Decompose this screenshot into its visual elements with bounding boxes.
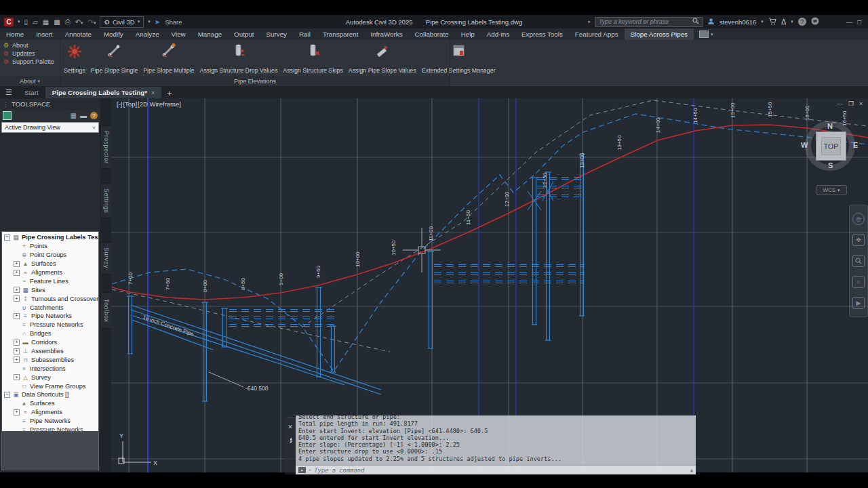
tree-item-pressure-networks[interactable]: ≡Pressure Networks <box>2 321 98 329</box>
viewcube-north[interactable]: N <box>827 122 833 130</box>
tree-item-pipe-networks[interactable]: +≡Pipe Networks <box>2 312 98 321</box>
ribbon-tab-home[interactable]: Home <box>0 28 30 40</box>
user-icon[interactable] <box>707 18 715 26</box>
viewcube-south[interactable]: S <box>828 161 833 169</box>
tree-item-bridges[interactable]: ∩Bridges <box>2 329 98 338</box>
ribbon-tab-output[interactable]: Output <box>228 28 260 40</box>
command-history[interactable]: Select end structure or pipe: Total pipe… <box>296 415 696 465</box>
tree-expander-icon[interactable]: + <box>14 313 20 319</box>
tree-expander-icon[interactable]: + <box>14 270 20 276</box>
panel-organization-icon[interactable]: ▦ <box>71 112 77 119</box>
tree-item-subassemblies[interactable]: +⊓Subassemblies <box>2 355 98 364</box>
ribbon-tab-slope-across-pipes[interactable]: Slope Across Pipes <box>625 28 694 40</box>
ribbon-tab-transparent[interactable]: Transparent <box>317 28 364 40</box>
viewport-control-view[interactable]: [Top] <box>123 100 137 108</box>
tree-expander-icon[interactable]: + <box>14 374 20 380</box>
save-icon[interactable]: ▦ <box>43 18 49 26</box>
tree-item-sites[interactable]: +▦Sites <box>2 285 98 294</box>
share-button[interactable]: ➤ Share <box>155 18 182 26</box>
user-name[interactable]: stevenh0616 <box>719 18 756 26</box>
tree-expander-icon[interactable]: + <box>14 348 20 354</box>
orbit-icon[interactable]: ○ <box>852 276 865 288</box>
assign-structure-drop-values-button[interactable]: Assign Structure Drop Values <box>198 41 280 76</box>
pan-icon[interactable]: ✥ <box>852 234 865 246</box>
minimize-button[interactable]: — <box>846 18 853 26</box>
pipe-slope-multiple-button[interactable]: Pipe Slope Multiple <box>141 41 196 76</box>
save-as-icon[interactable]: ▩ <box>54 18 60 26</box>
drawing-close-icon[interactable]: × <box>859 100 863 107</box>
tree-item-survey[interactable]: +△Survey <box>2 373 98 382</box>
tree-item-alignments[interactable]: +≈Alignments <box>2 268 98 277</box>
viewcube-west[interactable]: W <box>801 141 808 149</box>
preview-toggle-icon[interactable]: ▬ <box>80 112 87 119</box>
workspace-switcher[interactable]: ⚙ Civil 3D ▾ <box>100 16 144 28</box>
search-input[interactable]: Type a keyword or phrase <box>595 17 703 27</box>
tree-expander-icon[interactable]: + <box>14 261 20 267</box>
command-input[interactable]: ▸ ▾ Type a command ▲ <box>296 465 696 474</box>
ribbon-tab-collaborate[interactable]: Collaborate <box>409 28 455 40</box>
ribbon-tab-express-tools[interactable]: Express Tools <box>515 28 569 40</box>
ribbon-tab-annotate[interactable]: Annotate <box>59 28 98 40</box>
tree-item-pipe-networks[interactable]: ≡Pipe Networks <box>2 417 98 426</box>
ribbon-tab-modify[interactable]: Modify <box>98 28 130 40</box>
drawing-restore-icon[interactable]: ❐ <box>848 100 854 107</box>
about-item-about[interactable]: ⚙About <box>3 42 60 49</box>
ribbon-tab-insert[interactable]: Insert <box>30 28 59 40</box>
tree-item-surfaces[interactable]: +▲Surfaces <box>2 260 98 268</box>
feedback-icon[interactable] <box>811 17 819 26</box>
tree-item-corridors[interactable]: +▬Corridors <box>2 338 98 347</box>
extended-settings-manager-button[interactable]: Extended Settings Manager <box>420 41 498 76</box>
command-options-icon[interactable]: ▸ <box>298 467 306 473</box>
ribbon-tab-view[interactable]: View <box>165 28 192 40</box>
showmotion-icon[interactable]: ▶ <box>852 297 865 309</box>
tree-item-catchments[interactable]: ∪Catchments <box>2 303 98 312</box>
drawing-tab-start[interactable]: Start <box>18 87 45 98</box>
tree-item-pressure-networks[interactable]: ≡Pressure Networks <box>2 426 98 432</box>
restore-button[interactable]: □ <box>857 18 861 26</box>
ribbon-tab-rail[interactable]: Rail <box>293 28 317 40</box>
ribbon-tab-analyze[interactable]: Analyze <box>130 28 165 40</box>
tree-item-point-groups[interactable]: ⊕Point Groups <box>2 251 98 260</box>
assign-pipe-slope-values-button[interactable]: Assign Pipe Slope Values <box>347 41 418 76</box>
new-icon[interactable]: ▯ <box>24 18 28 26</box>
settings-button[interactable]: Settings <box>62 41 87 76</box>
ribbon-tab-help[interactable]: Help <box>455 28 481 40</box>
user-menu-caret-icon[interactable]: ▾ <box>761 19 764 24</box>
tab-close-icon[interactable]: × <box>151 89 155 96</box>
command-close-icon[interactable]: ✕ <box>288 424 293 430</box>
command-scroll-icon[interactable]: ▲ <box>690 468 693 473</box>
tree-item-intersections[interactable]: ×Intersections <box>2 364 98 373</box>
toolspace-help-icon[interactable]: ? <box>90 112 98 119</box>
viewcube-east[interactable]: E <box>853 141 858 149</box>
access-caret-icon[interactable]: ▾ <box>791 19 793 24</box>
command-grip-icon[interactable]: ⋯ <box>288 417 293 420</box>
app-menu-caret-icon[interactable]: ▾ <box>18 19 20 24</box>
pipe-elevations-panel-label[interactable]: Pipe Elevations <box>60 76 450 86</box>
tree-item-assemblies[interactable]: +⊥Assemblies <box>2 347 98 356</box>
command-dropdown-caret-icon[interactable]: ▾ <box>309 468 311 473</box>
about-panel-label[interactable]: About▾ <box>0 76 60 86</box>
zoom-icon[interactable] <box>852 255 865 267</box>
new-drawing-tab-button[interactable]: + <box>161 89 177 98</box>
about-item-support-palette[interactable]: ⚙Support Palette <box>3 58 60 65</box>
tree-expander-icon[interactable]: − <box>4 235 10 241</box>
tree-item-points[interactable]: +Points <box>2 242 98 251</box>
tree-expander-icon[interactable]: − <box>4 392 10 398</box>
tree-item-alignments[interactable]: +≈Alignments <box>2 408 98 417</box>
toolspace-title[interactable]: ⋮ TOOLSPACE <box>0 98 100 110</box>
about-item-updates[interactable]: ⚙Updates <box>3 50 60 57</box>
ribbon-tab-featured-apps[interactable]: Featured Apps <box>569 28 625 40</box>
cart-icon[interactable] <box>768 18 776 26</box>
search-icon[interactable] <box>692 18 699 26</box>
tree-expander-icon[interactable]: + <box>14 287 20 293</box>
viewcube-top-face[interactable]: TOP <box>816 131 846 161</box>
search-collapse-icon[interactable]: ▸ <box>588 19 591 24</box>
drawing-minimize-icon[interactable]: — <box>837 100 843 107</box>
qat-dropdown-caret-icon[interactable]: ▾ <box>148 19 151 24</box>
ribbon-tab-manage[interactable]: Manage <box>192 28 228 40</box>
pipe-slope-single-button[interactable]: Pipe Slope Single <box>89 41 140 76</box>
assign-structure-skips-button[interactable]: Assign Structure Skips <box>281 41 345 76</box>
view-selector-dropdown[interactable]: Active Drawing View ˅ <box>1 122 99 133</box>
plot-icon[interactable]: ⎙ <box>65 18 71 26</box>
tree-item-pipe-crossing-labels-testing[interactable]: −▤Pipe Crossing Labels Testing <box>2 233 98 242</box>
